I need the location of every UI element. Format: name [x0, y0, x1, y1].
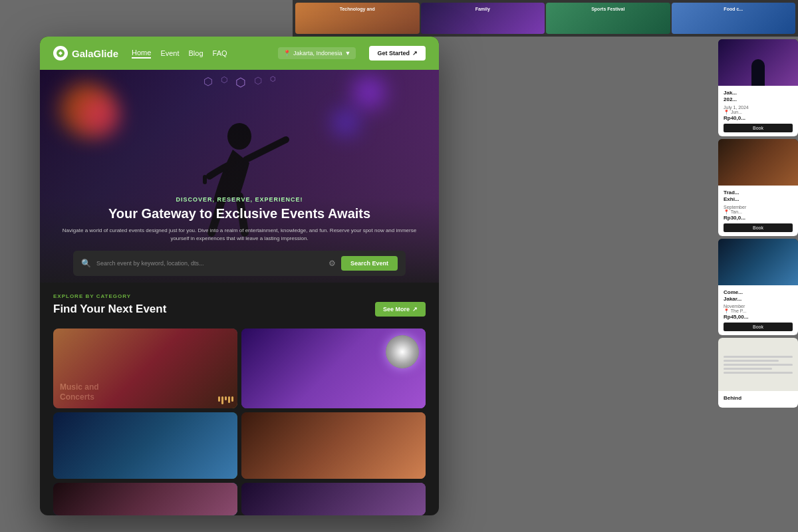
right-cards-column: Jak...202... July 1, 2024 📍 Jun... Rp40,… [718, 37, 798, 515]
side-card-3-image [718, 239, 798, 285]
side-card-2-title: Trad...Exhi... [724, 190, 793, 203]
nav-home[interactable]: Home [132, 49, 151, 59]
explore-title: Find Your Next Event [53, 303, 166, 316]
side-card-3-loc: 📍 The P... [724, 309, 793, 314]
top-bg-card-tech: Technology and [295, 3, 420, 34]
side-card-2-image [718, 139, 798, 186]
hero-discover-text: DISCOVER, RESERVE, EXPERIENCE! [60, 196, 419, 203]
search-bar: 🔍 Search event by keyword, location, dts… [73, 251, 406, 276]
top-bg-card-sports: Sports Festival [546, 3, 670, 34]
side-card-3-book[interactable]: Book [724, 323, 793, 331]
cat-card-arts[interactable]: Arts and Culture [241, 329, 426, 408]
cat-card-food[interactable]: Food and CulinaryFestivals [241, 483, 426, 515]
nav-cta-button[interactable]: Get Started ↗ [369, 46, 426, 61]
side-card-1-image [718, 39, 798, 86]
search-button[interactable]: Search Event [341, 256, 398, 271]
cta-label: Get Started [377, 50, 410, 57]
see-more-button[interactable]: See More ↗ [375, 302, 426, 317]
category-grid: Music andConcerts Arts and Culture Techn… [40, 325, 439, 515]
logo-text: GalaGlide [72, 48, 118, 59]
nav-faq[interactable]: FAQ [213, 49, 227, 57]
side-card-4-title: Behind [724, 395, 793, 402]
filter-icon[interactable]: ⚙ [329, 259, 336, 268]
logo-icon [53, 46, 68, 61]
top-cat-tech: Technology and [295, 3, 420, 11]
top-bg-card-family: Family [421, 3, 545, 34]
nav-links: Home Event Blog FAQ [132, 49, 227, 59]
side-card-1-price: Rp40,0... [724, 115, 793, 121]
hero-title-text: Your Gateway to Exclusive Events Awaits [60, 205, 419, 221]
cat-card-sports[interactable]: Sports Festivaland Fitness [53, 483, 237, 515]
side-card-3-title: Come...Jakar... [724, 289, 793, 303]
side-card-4-image [718, 338, 798, 391]
nav-event[interactable]: Event [160, 49, 179, 57]
side-event-card-2[interactable]: Trad...Exhi... September 📍 Tan... Rp30,0… [718, 139, 798, 236]
side-card-2-date: September [724, 205, 793, 209]
nav-logo: GalaGlide [53, 46, 118, 61]
side-event-card-4[interactable]: Behind [718, 338, 798, 407]
nav-location[interactable]: 📍 Jakarta, Indonesia ▼ [278, 47, 356, 59]
cat-card-tech[interactable]: Technology andInnovation [53, 412, 237, 479]
cat-card-family[interactable]: FamilyEntertainment [241, 412, 426, 479]
search-icon: 🔍 [81, 259, 91, 268]
side-event-card-3[interactable]: Come...Jakar... November 📍 The P... Rp45… [718, 239, 798, 336]
side-card-3-price: Rp45,00... [724, 314, 793, 320]
hero-section: ⬡ ⬡ ⬡ ⬡ ⬡ DISCOVER, RESERVE, EX [40, 70, 439, 283]
see-more-label: See More [383, 306, 410, 313]
top-cat-food: Food c... [672, 3, 796, 11]
hero-text: DISCOVER, RESERVE, EXPERIENCE! Your Gate… [40, 196, 439, 276]
website-mockup: GalaGlide Home Event Blog FAQ 📍 Jakarta,… [40, 37, 439, 515]
side-card-1-book[interactable]: Book [724, 124, 793, 132]
explore-row: Find Your Next Event See More ↗ [53, 302, 426, 317]
top-bg-strip: Technology and Family Sports Festival Fo… [293, 0, 798, 37]
nav-blog[interactable]: Blog [189, 49, 203, 57]
side-card-2-book[interactable]: Book [724, 223, 793, 232]
search-placeholder-text: Search event by keyword, location, dts..… [96, 260, 204, 267]
cat-card-music[interactable]: Music andConcerts [53, 329, 237, 408]
top-cat-family: Family [421, 3, 545, 11]
explore-section: EXPLORE BY CATEGORY Find Your Next Event… [40, 283, 439, 325]
top-cat-sports: Sports Festival [546, 3, 670, 11]
search-input-area[interactable]: 🔍 Search event by keyword, location, dts… [81, 259, 323, 268]
top-bg-card-food: Food c... [672, 3, 796, 34]
side-card-2-price: Rp30,0... [724, 215, 793, 221]
explore-label: EXPLORE BY CATEGORY [53, 293, 426, 299]
location-text: Jakarta, Indonesia [293, 50, 342, 57]
hero-description: Navigate a world of curated events desig… [60, 227, 419, 243]
side-card-1-loc: 📍 Jun... [724, 110, 793, 115]
side-event-card-1[interactable]: Jak...202... July 1, 2024 📍 Jun... Rp40,… [718, 39, 798, 136]
side-card-1-title: Jak...202... [724, 90, 793, 104]
side-card-2-loc: 📍 Tan... [724, 209, 793, 215]
navbar: GalaGlide Home Event Blog FAQ 📍 Jakarta,… [40, 37, 439, 70]
side-card-1-date: July 1, 2024 [724, 105, 793, 110]
